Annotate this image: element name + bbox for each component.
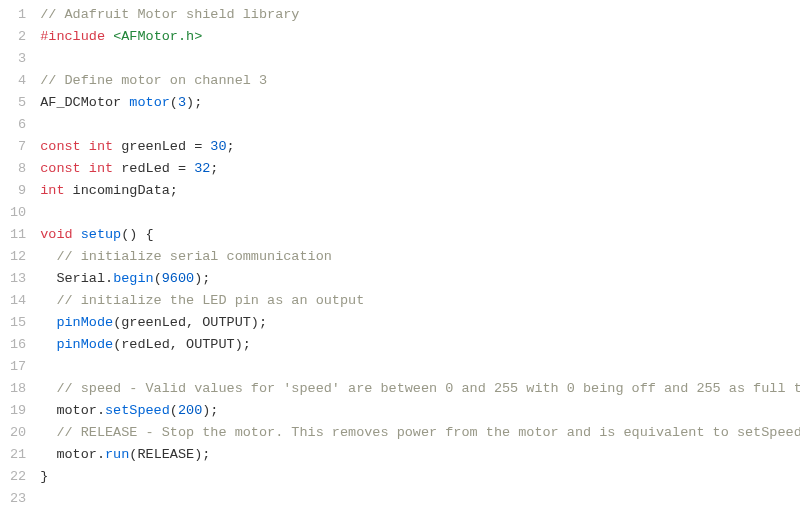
line-number: 15 [10, 312, 26, 334]
token-plain [40, 315, 56, 330]
code-line: // RELEASE - Stop the motor. This remove… [40, 422, 800, 444]
code-line: int incomingData; [40, 180, 800, 202]
token-plain [40, 337, 56, 352]
token-plain: incomingData; [65, 183, 178, 198]
line-number: 8 [10, 158, 26, 180]
line-number: 5 [10, 92, 26, 114]
token-plain: Serial. [40, 271, 113, 286]
line-number: 23 [10, 488, 26, 507]
token-comment: // initialize the LED pin as an output [56, 293, 364, 308]
token-plain: redLed = [113, 161, 194, 176]
token-plain [40, 381, 56, 396]
token-type: AF_DCMotor [40, 95, 129, 110]
code-area: // Adafruit Motor shield library#include… [40, 4, 800, 507]
code-line [40, 488, 800, 507]
token-keyword: const [40, 139, 81, 154]
token-keyword: void [40, 227, 72, 242]
code-line: // initialize the LED pin as an output [40, 290, 800, 312]
token-plain: greenLed = [113, 139, 210, 154]
token-plain [81, 139, 89, 154]
token-keyword: int [89, 161, 113, 176]
token-func: pinMode [56, 337, 113, 352]
code-line [40, 48, 800, 70]
line-number: 22 [10, 466, 26, 488]
code-line: #include <AFMotor.h> [40, 26, 800, 48]
line-number: 11 [10, 224, 26, 246]
token-plain: ; [227, 139, 235, 154]
token-plain: (redLed, OUTPUT); [113, 337, 251, 352]
line-number: 12 [10, 246, 26, 268]
token-plain [40, 249, 56, 264]
token-plain: ); [202, 403, 218, 418]
token-string: <AFMotor.h> [113, 29, 202, 44]
token-func: run [105, 447, 129, 462]
line-number-gutter: 1234567891011121314151617181920212223 [0, 4, 40, 507]
line-number: 4 [10, 70, 26, 92]
token-plain: ( [170, 95, 178, 110]
token-num: 30 [210, 139, 226, 154]
line-number: 18 [10, 378, 26, 400]
token-func: begin [113, 271, 154, 286]
token-num: 32 [194, 161, 210, 176]
token-keyword: int [40, 183, 64, 198]
code-editor: 1234567891011121314151617181920212223 //… [0, 0, 800, 507]
token-func: motor [129, 95, 170, 110]
token-plain: ( [154, 271, 162, 286]
token-plain [105, 29, 113, 44]
code-line [40, 202, 800, 224]
code-line: motor.setSpeed(200); [40, 400, 800, 422]
token-keyword: int [89, 139, 113, 154]
line-number: 21 [10, 444, 26, 466]
line-number: 13 [10, 268, 26, 290]
code-line [40, 356, 800, 378]
code-line: // speed - Valid values for 'speed' are … [40, 378, 800, 400]
code-line [40, 114, 800, 136]
token-plain [40, 293, 56, 308]
token-plain: ); [186, 95, 202, 110]
line-number: 3 [10, 48, 26, 70]
token-func: setSpeed [105, 403, 170, 418]
code-line: // initialize serial communication [40, 246, 800, 268]
code-line: // Define motor on channel 3 [40, 70, 800, 92]
line-number: 20 [10, 422, 26, 444]
line-number: 14 [10, 290, 26, 312]
line-number: 16 [10, 334, 26, 356]
token-plain: ; [210, 161, 218, 176]
code-line: } [40, 466, 800, 488]
line-number: 19 [10, 400, 26, 422]
code-line: AF_DCMotor motor(3); [40, 92, 800, 114]
line-number: 17 [10, 356, 26, 378]
token-plain: } [40, 469, 48, 484]
token-plain [81, 161, 89, 176]
token-num: 200 [178, 403, 202, 418]
token-func: pinMode [56, 315, 113, 330]
token-plain: motor. [40, 403, 105, 418]
token-num: 9600 [162, 271, 194, 286]
token-comment: // speed - Valid values for 'speed' are … [56, 381, 800, 396]
token-func: setup [81, 227, 122, 242]
token-plain [73, 227, 81, 242]
token-plain: (greenLed, OUTPUT); [113, 315, 267, 330]
token-comment: // RELEASE - Stop the motor. This remove… [56, 425, 800, 440]
code-line: // Adafruit Motor shield library [40, 4, 800, 26]
token-plain: motor. [40, 447, 105, 462]
code-line: const int greenLed = 30; [40, 136, 800, 158]
line-number: 6 [10, 114, 26, 136]
token-keyword: const [40, 161, 81, 176]
token-keyword: #include [40, 29, 105, 44]
token-comment: // initialize serial communication [56, 249, 331, 264]
code-line: void setup() { [40, 224, 800, 246]
line-number: 10 [10, 202, 26, 224]
token-plain [40, 425, 56, 440]
line-number: 1 [10, 4, 26, 26]
code-line: motor.run(RELEASE); [40, 444, 800, 466]
code-line: pinMode(redLed, OUTPUT); [40, 334, 800, 356]
token-comment: // Adafruit Motor shield library [40, 7, 299, 22]
token-num: 3 [178, 95, 186, 110]
token-plain: ); [194, 271, 210, 286]
line-number: 7 [10, 136, 26, 158]
token-comment: // Define motor on channel 3 [40, 73, 267, 88]
line-number: 9 [10, 180, 26, 202]
code-line: pinMode(greenLed, OUTPUT); [40, 312, 800, 334]
code-line: Serial.begin(9600); [40, 268, 800, 290]
